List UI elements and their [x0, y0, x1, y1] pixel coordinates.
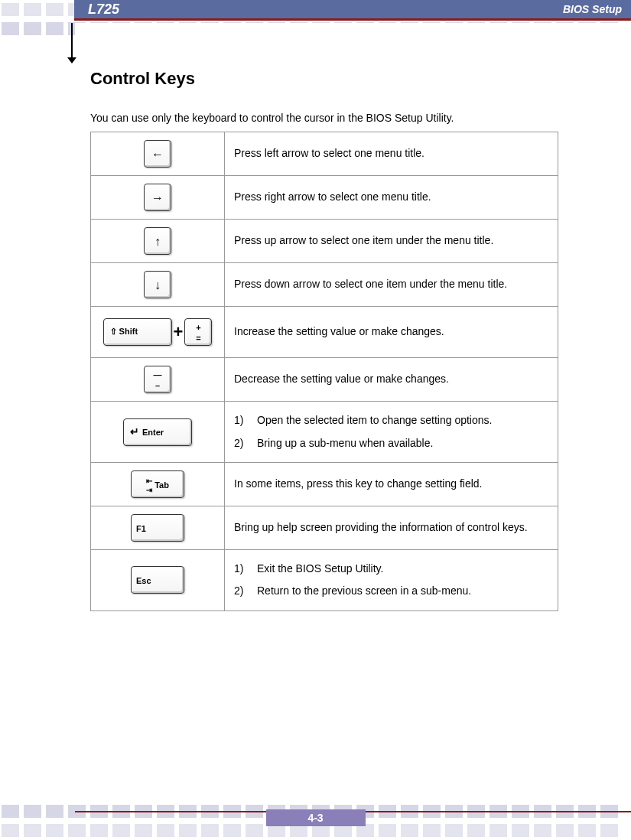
f1-key-icon: F1: [131, 514, 184, 542]
table-row: ↑ Press up arrow to select one item unde…: [91, 220, 558, 263]
table-row: F1 Bring up help screen providing the in…: [91, 506, 558, 549]
page-content: Control Keys You can use only the keyboa…: [90, 69, 558, 611]
key-cell: Enter: [91, 402, 225, 463]
list-item: Exit the BIOS Setup Utility.: [234, 558, 548, 580]
table-row: ⇧ Shift++= Increase the setting value or…: [91, 307, 558, 358]
table-row: —– Decrease the setting value or make ch…: [91, 358, 558, 402]
control-keys-table: ← Press left arrow to select one menu ti…: [90, 132, 558, 611]
table-row: ⇤⇥Tab In some items, press this key to c…: [91, 462, 558, 506]
page-title: Control Keys: [90, 69, 558, 89]
tab-key-icon: ⇤⇥Tab: [131, 470, 184, 498]
list-item: Return to the previous screen in a sub-m…: [234, 580, 548, 602]
key-description: In some items, press this key to change …: [225, 462, 558, 506]
up-arrow-key-icon: ↑: [144, 227, 171, 255]
key-description: Increase the setting value or make chang…: [225, 307, 558, 358]
key-description: Exit the BIOS Setup Utility. Return to t…: [225, 549, 558, 610]
key-description: Press right arrow to select one menu tit…: [225, 176, 558, 220]
enter-key-icon: Enter: [123, 418, 192, 446]
key-cell: Esc: [91, 549, 225, 610]
list-item: Bring up a sub-menu when available.: [234, 432, 548, 454]
key-description: Bring up help screen providing the infor…: [225, 506, 558, 549]
header-section: BIOS Setup: [563, 3, 622, 15]
key-description: Press left arrow to select one menu titl…: [225, 132, 558, 176]
minus-key-icon: —–: [144, 366, 171, 393]
intro-text: You can use only the keyboard to control…: [90, 112, 558, 124]
table-row: Enter Open the selected item to change s…: [91, 402, 558, 463]
header-model: L725: [88, 2, 119, 18]
header-bar: L725 BIOS Setup: [74, 0, 631, 21]
list-item: Open the selected item to change setting…: [234, 409, 548, 431]
key-cell: ↑: [91, 220, 225, 263]
key-cell: ⇧ Shift++=: [91, 307, 225, 358]
key-description: Press down arrow to select one item unde…: [225, 263, 558, 307]
key-cell: F1: [91, 506, 225, 549]
down-arrow-key-icon: ↓: [144, 271, 171, 298]
key-description: Press up arrow to select one item under …: [225, 220, 558, 263]
table-row: Esc Exit the BIOS Setup Utility. Return …: [91, 549, 558, 610]
right-arrow-key-icon: →: [144, 184, 171, 211]
key-description: Open the selected item to change setting…: [225, 402, 558, 463]
table-row: ↓ Press down arrow to select one item un…: [91, 263, 558, 307]
key-cell: ⇤⇥Tab: [91, 462, 225, 506]
table-row: ← Press left arrow to select one menu ti…: [91, 132, 558, 176]
key-cell: —–: [91, 358, 225, 402]
plus-equals-key-icon: +=: [184, 318, 212, 346]
table-row: → Press right arrow to select one menu t…: [91, 176, 558, 220]
arrow-down-icon: [71, 23, 73, 59]
left-arrow-key-icon: ←: [144, 140, 171, 168]
key-description: Decrease the setting value or make chang…: [225, 358, 558, 402]
page-number: 4-3: [266, 809, 366, 826]
key-cell: →: [91, 176, 225, 220]
esc-key-icon: Esc: [131, 566, 184, 594]
plus-join-icon: +: [174, 322, 184, 341]
key-cell: ←: [91, 132, 225, 176]
key-cell: ↓: [91, 263, 225, 307]
shift-key-icon: ⇧ Shift: [103, 318, 172, 346]
